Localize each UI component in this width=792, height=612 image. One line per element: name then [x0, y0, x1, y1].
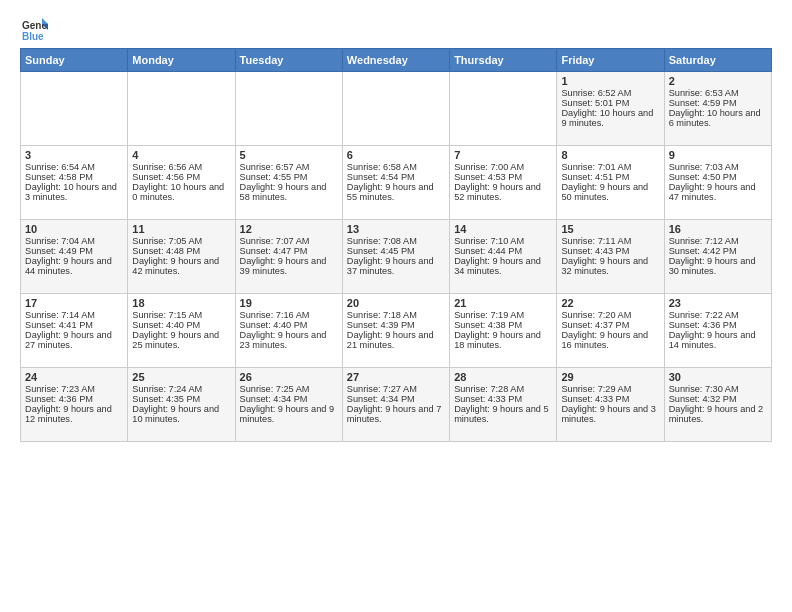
calendar-cell: 8Sunrise: 7:01 AMSunset: 4:51 PMDaylight… [557, 146, 664, 220]
calendar-cell: 3Sunrise: 6:54 AMSunset: 4:58 PMDaylight… [21, 146, 128, 220]
day-info: Daylight: 9 hours and 30 minutes. [669, 256, 767, 276]
calendar-cell [450, 72, 557, 146]
header-wednesday: Wednesday [342, 49, 449, 72]
calendar-cell [128, 72, 235, 146]
day-number: 23 [669, 297, 767, 309]
day-info: Daylight: 9 hours and 27 minutes. [25, 330, 123, 350]
day-number: 2 [669, 75, 767, 87]
day-info: Sunset: 4:35 PM [132, 394, 230, 404]
calendar-cell: 9Sunrise: 7:03 AMSunset: 4:50 PMDaylight… [664, 146, 771, 220]
header-thursday: Thursday [450, 49, 557, 72]
day-info: Sunrise: 7:03 AM [669, 162, 767, 172]
day-info: Sunrise: 7:29 AM [561, 384, 659, 394]
week-row-2: 10Sunrise: 7:04 AMSunset: 4:49 PMDayligh… [21, 220, 772, 294]
day-info: Sunrise: 7:05 AM [132, 236, 230, 246]
calendar-cell: 4Sunrise: 6:56 AMSunset: 4:56 PMDaylight… [128, 146, 235, 220]
day-info: Sunrise: 7:04 AM [25, 236, 123, 246]
day-number: 30 [669, 371, 767, 383]
day-info: Sunrise: 7:01 AM [561, 162, 659, 172]
day-info: Sunset: 4:36 PM [25, 394, 123, 404]
calendar-cell [21, 72, 128, 146]
calendar-cell: 7Sunrise: 7:00 AMSunset: 4:53 PMDaylight… [450, 146, 557, 220]
day-info: Sunrise: 7:20 AM [561, 310, 659, 320]
day-info: Sunrise: 7:10 AM [454, 236, 552, 246]
day-info: Daylight: 10 hours and 6 minutes. [669, 108, 767, 128]
day-info: Sunrise: 7:30 AM [669, 384, 767, 394]
calendar-cell [342, 72, 449, 146]
day-info: Sunrise: 7:14 AM [25, 310, 123, 320]
day-info: Sunrise: 7:15 AM [132, 310, 230, 320]
day-info: Daylight: 9 hours and 42 minutes. [132, 256, 230, 276]
header-monday: Monday [128, 49, 235, 72]
day-info: Sunset: 4:47 PM [240, 246, 338, 256]
day-info: Sunset: 4:39 PM [347, 320, 445, 330]
day-number: 22 [561, 297, 659, 309]
day-info: Sunrise: 7:18 AM [347, 310, 445, 320]
calendar-cell: 26Sunrise: 7:25 AMSunset: 4:34 PMDayligh… [235, 368, 342, 442]
day-number: 1 [561, 75, 659, 87]
day-number: 17 [25, 297, 123, 309]
day-info: Sunrise: 7:11 AM [561, 236, 659, 246]
calendar-cell: 16Sunrise: 7:12 AMSunset: 4:42 PMDayligh… [664, 220, 771, 294]
day-info: Daylight: 9 hours and 50 minutes. [561, 182, 659, 202]
day-info: Sunset: 4:54 PM [347, 172, 445, 182]
week-row-0: 1Sunrise: 6:52 AMSunset: 5:01 PMDaylight… [21, 72, 772, 146]
day-info: Sunset: 4:44 PM [454, 246, 552, 256]
page: General Blue SundayMondayTuesdayWednesda… [0, 0, 792, 452]
day-info: Sunset: 4:45 PM [347, 246, 445, 256]
calendar-cell: 23Sunrise: 7:22 AMSunset: 4:36 PMDayligh… [664, 294, 771, 368]
day-info: Daylight: 9 hours and 2 minutes. [669, 404, 767, 424]
calendar-cell: 20Sunrise: 7:18 AMSunset: 4:39 PMDayligh… [342, 294, 449, 368]
day-info: Sunset: 4:58 PM [25, 172, 123, 182]
day-info: Daylight: 9 hours and 55 minutes. [347, 182, 445, 202]
day-info: Daylight: 9 hours and 10 minutes. [132, 404, 230, 424]
day-info: Sunset: 4:59 PM [669, 98, 767, 108]
day-info: Sunrise: 7:22 AM [669, 310, 767, 320]
day-info: Sunset: 4:56 PM [132, 172, 230, 182]
calendar-cell: 14Sunrise: 7:10 AMSunset: 4:44 PMDayligh… [450, 220, 557, 294]
calendar-cell: 27Sunrise: 7:27 AMSunset: 4:34 PMDayligh… [342, 368, 449, 442]
day-info: Sunrise: 6:57 AM [240, 162, 338, 172]
day-info: Sunrise: 7:00 AM [454, 162, 552, 172]
svg-text:Blue: Blue [22, 31, 44, 42]
calendar-cell: 15Sunrise: 7:11 AMSunset: 4:43 PMDayligh… [557, 220, 664, 294]
day-info: Sunrise: 6:53 AM [669, 88, 767, 98]
day-info: Daylight: 9 hours and 52 minutes. [454, 182, 552, 202]
day-number: 28 [454, 371, 552, 383]
day-number: 19 [240, 297, 338, 309]
day-info: Sunrise: 6:52 AM [561, 88, 659, 98]
calendar-cell [235, 72, 342, 146]
day-info: Daylight: 9 hours and 23 minutes. [240, 330, 338, 350]
day-info: Sunset: 4:49 PM [25, 246, 123, 256]
day-info: Sunset: 4:41 PM [25, 320, 123, 330]
day-info: Sunrise: 7:23 AM [25, 384, 123, 394]
day-number: 21 [454, 297, 552, 309]
day-number: 25 [132, 371, 230, 383]
day-number: 27 [347, 371, 445, 383]
calendar-cell: 30Sunrise: 7:30 AMSunset: 4:32 PMDayligh… [664, 368, 771, 442]
day-info: Sunset: 4:53 PM [454, 172, 552, 182]
day-number: 9 [669, 149, 767, 161]
day-info: Sunset: 4:32 PM [669, 394, 767, 404]
day-info: Sunset: 4:51 PM [561, 172, 659, 182]
calendar-cell: 18Sunrise: 7:15 AMSunset: 4:40 PMDayligh… [128, 294, 235, 368]
day-info: Daylight: 9 hours and 58 minutes. [240, 182, 338, 202]
calendar-cell: 10Sunrise: 7:04 AMSunset: 4:49 PMDayligh… [21, 220, 128, 294]
logo: General Blue [20, 16, 52, 44]
day-info: Sunset: 4:42 PM [669, 246, 767, 256]
day-number: 26 [240, 371, 338, 383]
header: General Blue [20, 16, 772, 44]
day-info: Sunset: 4:38 PM [454, 320, 552, 330]
day-info: Sunset: 4:33 PM [561, 394, 659, 404]
calendar-cell: 25Sunrise: 7:24 AMSunset: 4:35 PMDayligh… [128, 368, 235, 442]
calendar-cell: 5Sunrise: 6:57 AMSunset: 4:55 PMDaylight… [235, 146, 342, 220]
day-info: Sunset: 4:34 PM [347, 394, 445, 404]
day-info: Sunset: 4:40 PM [132, 320, 230, 330]
day-number: 15 [561, 223, 659, 235]
day-info: Sunrise: 6:54 AM [25, 162, 123, 172]
day-info: Sunrise: 7:28 AM [454, 384, 552, 394]
day-info: Daylight: 9 hours and 44 minutes. [25, 256, 123, 276]
calendar-cell: 19Sunrise: 7:16 AMSunset: 4:40 PMDayligh… [235, 294, 342, 368]
logo-icon: General Blue [20, 16, 48, 44]
day-info: Sunrise: 6:58 AM [347, 162, 445, 172]
